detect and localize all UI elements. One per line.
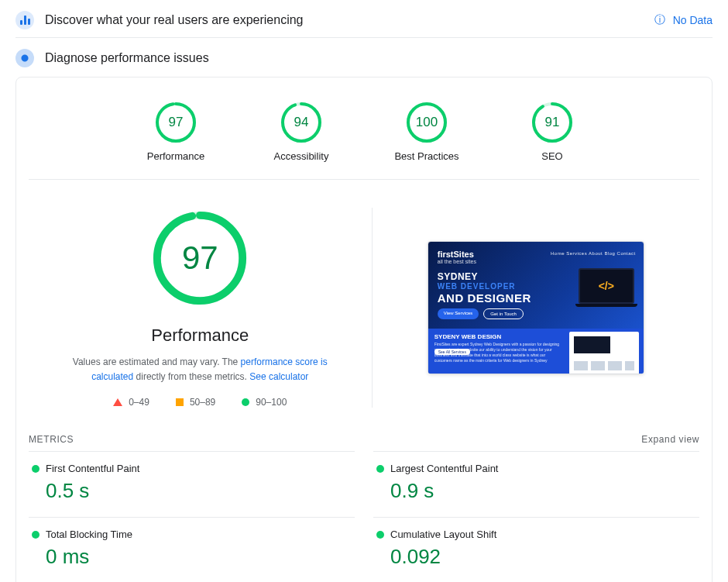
- gauge-ring: 94: [280, 101, 323, 144]
- real-users-title: Discover what your real users are experi…: [45, 13, 303, 27]
- metric-head: Cumulative Layout Shift: [376, 529, 696, 540]
- section-real-users: Discover what your real users are experi…: [15, 0, 713, 38]
- gauge-performance[interactable]: 97 Performance: [133, 101, 218, 162]
- status-dot-icon: [376, 465, 384, 473]
- shot-btn-outline: Get in Touch: [483, 308, 524, 319]
- shot-brand-tag: all the best sites: [438, 259, 476, 264]
- shot-brand-name: firstSites: [438, 250, 474, 259]
- section-diagnose: Diagnose performance issues: [15, 38, 713, 71]
- metric-head: Largest Contentful Paint: [376, 463, 696, 474]
- metric-name: Cumulative Layout Shift: [390, 529, 496, 540]
- diagnose-title: Diagnose performance issues: [45, 51, 209, 65]
- shot-btn-primary: View Services: [438, 308, 479, 319]
- shot-lower-card: [569, 332, 639, 374]
- gauge-label: Accessibility: [259, 150, 344, 162]
- info-icon[interactable]: ⓘ: [654, 13, 665, 27]
- metric-head: Total Blocking Time: [32, 529, 352, 540]
- score-legend: 0–49 50–89 90–100: [113, 397, 287, 408]
- legend-good: 90–100: [242, 397, 287, 408]
- square-icon: [176, 398, 184, 406]
- status-dot-icon: [32, 531, 39, 539]
- hero-note-mid: directly from these metrics.: [136, 371, 250, 382]
- gauge-seo[interactable]: 91 SEO: [510, 101, 595, 162]
- page-screenshot: firstSites all the best sites Home Servi…: [428, 241, 644, 374]
- circle-icon: [242, 398, 249, 406]
- metric-first-contentful-paint[interactable]: First Contentful Paint 0.5 s: [29, 451, 355, 517]
- shot-nav: Home Services About Blog Contact: [551, 251, 636, 256]
- metric-name: Total Blocking Time: [46, 529, 132, 540]
- metric-name: Largest Contentful Paint: [390, 463, 498, 474]
- shot-buttons: View Services Get in Touch: [438, 308, 524, 319]
- hero-gauge: 97: [149, 208, 250, 308]
- legend-bad: 0–49: [113, 397, 149, 408]
- metrics-grid: First Contentful Paint 0.5 s Largest Con…: [29, 451, 699, 582]
- metric-value: 0.5 s: [46, 479, 352, 503]
- legend-good-text: 90–100: [256, 397, 287, 408]
- gauge-ring: 91: [531, 101, 574, 144]
- legend-mid-text: 50–89: [190, 397, 215, 408]
- gauge-label: Performance: [133, 150, 218, 162]
- expand-view[interactable]: Expand view: [641, 434, 699, 445]
- no-data-link[interactable]: No Data: [673, 14, 713, 26]
- shot-h1c: AND DESIGNER: [438, 291, 531, 305]
- hero-note: Values are estimated and may vary. The p…: [53, 355, 347, 384]
- see-calculator-link[interactable]: See calculator: [249, 371, 308, 382]
- gauge-ring: 97: [154, 101, 197, 144]
- performance-hero: 97 Performance Values are estimated and …: [29, 208, 699, 408]
- metric-value: 0.9 s: [390, 479, 696, 503]
- gauge-label: SEO: [510, 150, 595, 162]
- hero-left: 97 Performance Values are estimated and …: [29, 208, 373, 408]
- diagnose-icon: [15, 49, 34, 67]
- metric-value: 0.092: [390, 545, 696, 569]
- metrics-header: METRICS Expand view: [29, 429, 699, 451]
- shot-lower-title: SYDENY WEB DESIGN: [434, 333, 563, 340]
- status-dot-icon: [32, 465, 39, 473]
- metric-name: First Contentful Paint: [46, 463, 139, 474]
- shot-h1: SYDNEY: [438, 271, 478, 282]
- shot-brand: firstSites all the best sites: [438, 250, 476, 264]
- shot-pill: See All Services: [434, 349, 470, 355]
- metric-total-blocking-time[interactable]: Total Blocking Time 0 ms: [29, 517, 355, 582]
- shot-laptop-icon: [579, 268, 634, 304]
- hero-note-pre: Values are estimated and may vary. The: [73, 356, 241, 367]
- metric-largest-contentful-paint[interactable]: Largest Contentful Paint 0.9 s: [373, 451, 699, 517]
- category-gauges: 97 Performance 94 Accessibility 100 Best…: [29, 96, 699, 180]
- shot-h1b: WEB DEVELOPER: [438, 282, 516, 291]
- triangle-icon: [113, 398, 122, 406]
- legend-mid: 50–89: [176, 397, 215, 408]
- hero-title: Performance: [151, 325, 249, 346]
- metric-value: 0 ms: [46, 545, 352, 569]
- gauge-label: Best Practices: [384, 150, 469, 162]
- metric-cumulative-layout-shift[interactable]: Cumulative Layout Shift 0.092: [373, 517, 699, 582]
- lighthouse-card: 97 Performance 94 Accessibility 100 Best…: [15, 77, 713, 582]
- hero-right: firstSites all the best sites Home Servi…: [373, 208, 700, 408]
- gauge-best-practices[interactable]: 100 Best Practices: [384, 101, 469, 162]
- legend-bad-text: 0–49: [129, 397, 149, 408]
- gauge-ring: 100: [405, 101, 448, 144]
- metrics-label: METRICS: [29, 434, 74, 445]
- status-dot-icon: [376, 531, 384, 539]
- metric-head: First Contentful Paint: [32, 463, 352, 474]
- real-users-icon: [15, 11, 34, 29]
- gauge-accessibility[interactable]: 94 Accessibility: [259, 101, 344, 162]
- bars-icon: [20, 15, 30, 25]
